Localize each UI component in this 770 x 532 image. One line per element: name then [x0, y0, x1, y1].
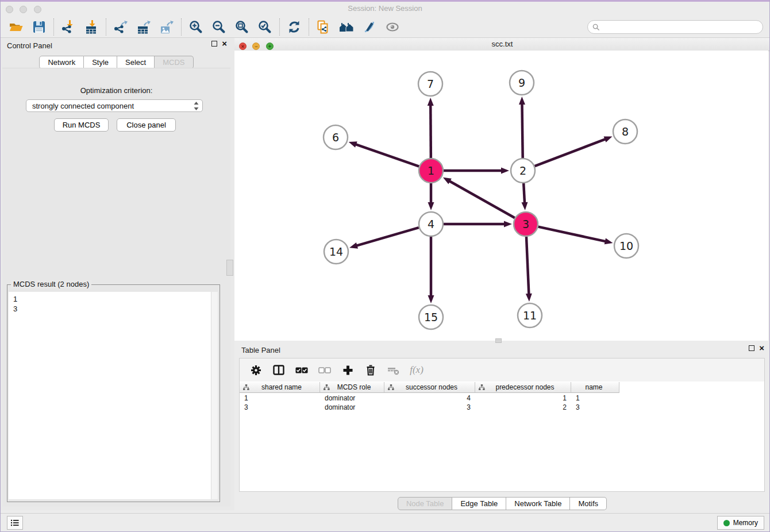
column-header-successor-nodes[interactable]: successor nodes — [384, 382, 475, 393]
graph-edge-2-3[interactable] — [523, 183, 525, 203]
graph-node-label: 11 — [523, 309, 537, 322]
import-network-button[interactable] — [57, 18, 80, 36]
open-session-button[interactable] — [5, 18, 28, 36]
column-header-label: successor nodes — [394, 383, 475, 391]
float-table-panel-icon[interactable] — [749, 345, 754, 351]
table-cell[interactable]: 3 — [571, 403, 619, 412]
refresh-icon — [287, 20, 302, 34]
graph-edge-arrow — [428, 202, 434, 210]
network-canvas[interactable]: 7968124314101511 — [234, 51, 768, 341]
close-table-panel-icon[interactable]: × — [759, 345, 764, 351]
zoom-selected-button[interactable] — [253, 18, 276, 36]
export-table-button[interactable] — [132, 18, 155, 36]
mcds-result-title: MCDS result (2 nodes) — [11, 280, 91, 288]
mcds-result-line: 1 — [13, 294, 211, 304]
chevron-updown-icon — [194, 102, 199, 110]
memory-label: Memory — [733, 519, 758, 527]
control-panel-title: Control Panel — [7, 41, 52, 50]
copy-network-style-button[interactable] — [312, 18, 335, 36]
toolbar-separator — [181, 18, 182, 36]
tab-network[interactable]: Network — [39, 56, 84, 69]
insert-column-button[interactable] — [268, 361, 289, 379]
graph-edge-3-10[interactable] — [538, 227, 606, 242]
mcds-result-list[interactable]: 13 — [9, 292, 211, 499]
graph-node-label: 3 — [522, 218, 529, 230]
first-neighbors-button[interactable] — [335, 18, 358, 36]
task-history-button[interactable] — [7, 516, 23, 530]
table-cell[interactable]: 4 — [384, 394, 475, 403]
control-panel-header: Control Panel × — [0, 38, 233, 53]
table-cell[interactable]: 1 — [571, 394, 619, 403]
network-window-titlebar: × − + scc.txt — [234, 38, 770, 51]
run-mcds-button[interactable]: Run MCDS — [54, 118, 109, 132]
table-cell[interactable]: dominator — [320, 394, 384, 403]
table-cell[interactable]: 1 — [475, 394, 571, 403]
horizontal-splitter-grip[interactable] — [495, 338, 502, 343]
column-header-shared-name[interactable]: shared name — [240, 382, 320, 393]
zoom-fit-icon — [234, 20, 249, 34]
mcds-result-box: MCDS result (2 nodes) 13 — [7, 284, 220, 502]
tab-network-table[interactable]: Network Table — [506, 497, 570, 510]
table-settings-button[interactable] — [245, 361, 266, 379]
network-graph: 7968124314101511 — [234, 51, 768, 341]
export-network-button[interactable] — [109, 18, 132, 36]
refresh-button[interactable] — [283, 18, 306, 36]
graph-edge-3-11[interactable] — [526, 237, 529, 295]
close-panel-button[interactable]: Close panel — [117, 118, 176, 132]
save-session-button[interactable] — [28, 18, 51, 36]
tab-motifs[interactable]: Motifs — [570, 497, 607, 510]
float-panel-icon[interactable] — [211, 41, 217, 47]
memory-button[interactable]: Memory — [717, 516, 764, 530]
zoom-out-button[interactable] — [207, 18, 230, 36]
deselect-all-button[interactable] — [314, 361, 335, 379]
table-row[interactable]: 1dominator411 — [240, 394, 619, 403]
show-hide-button[interactable] — [381, 18, 404, 36]
eye-icon — [385, 20, 400, 34]
tab-edge-table[interactable]: Edge Table — [452, 497, 506, 510]
column-type-icon — [243, 384, 249, 391]
vertical-splitter-grip[interactable] — [226, 260, 233, 276]
optimization-criterion-label: Optimization criterion: — [0, 86, 233, 95]
tab-node-table[interactable]: Node Table — [398, 497, 453, 510]
search-input[interactable] — [603, 22, 758, 32]
graph-edge-3-1[interactable] — [449, 181, 514, 218]
toolbar-separator — [106, 18, 106, 36]
copy-network-style-icon — [316, 20, 331, 34]
style-paint-button[interactable] — [358, 18, 381, 36]
tab-style[interactable]: Style — [84, 56, 117, 69]
table-cell[interactable]: 1 — [240, 394, 320, 403]
result-scrollbar[interactable] — [211, 292, 218, 499]
delete-column-button[interactable] — [383, 361, 404, 379]
graph-edge-4-14[interactable] — [356, 228, 419, 246]
zoom-fit-button[interactable] — [230, 18, 253, 36]
zoom-in-button[interactable] — [184, 18, 207, 36]
memory-status-icon — [723, 520, 730, 526]
save-icon — [32, 20, 47, 34]
add-row-button[interactable] — [337, 361, 358, 379]
column-header-name[interactable]: name — [571, 382, 619, 393]
search-box — [587, 20, 763, 34]
import-table-button[interactable] — [80, 18, 103, 36]
graph-edge-arrow — [519, 97, 525, 105]
table-row[interactable]: 3dominator323 — [240, 403, 619, 412]
tab-select[interactable]: Select — [117, 56, 155, 69]
graph-edge-2-9[interactable] — [522, 103, 522, 158]
export-image-button[interactable] — [155, 18, 178, 36]
tab-mcds[interactable]: MCDS — [155, 56, 193, 69]
table-cell[interactable]: dominator — [320, 403, 384, 412]
graph-edge-2-8[interactable] — [535, 139, 606, 166]
optimization-criterion-select[interactable]: strongly connected component — [26, 99, 203, 112]
table-cell[interactable]: 2 — [475, 403, 571, 412]
graph-edge-1-6[interactable] — [355, 144, 419, 167]
function-builder-button[interactable]: f(x) — [406, 361, 427, 379]
close-panel-icon[interactable]: × — [222, 41, 227, 47]
titlebar: Session: New Session — [0, 2, 770, 16]
select-all-button[interactable] — [291, 361, 312, 379]
delete-row-button[interactable] — [360, 361, 381, 379]
table-cell[interactable]: 3 — [240, 403, 320, 412]
status-bar: Memory — [0, 513, 770, 532]
column-header-MCDS-role[interactable]: MCDS role — [320, 382, 384, 393]
graph-edge-1-7[interactable] — [430, 105, 431, 158]
table-cell[interactable]: 3 — [384, 403, 475, 412]
column-header-predecessor-nodes[interactable]: predecessor nodes — [475, 382, 571, 393]
